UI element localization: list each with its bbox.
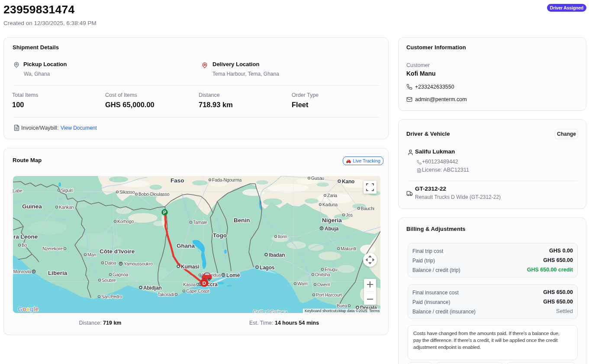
- svg-text:Korhogo: Korhogo: [117, 219, 134, 224]
- svg-text:Soubre: Soubre: [102, 278, 116, 283]
- svg-text:Lagos: Lagos: [260, 265, 275, 271]
- svg-text:Owerri: Owerri: [317, 282, 330, 287]
- svg-text:Makurdi: Makurdi: [341, 246, 356, 251]
- svg-text:D: D: [203, 281, 206, 286]
- svg-text:Onitsha: Onitsha: [315, 272, 330, 277]
- svg-text:Buea: Buea: [337, 303, 347, 308]
- svg-text:Map data ©2025: Map data ©2025: [338, 309, 367, 313]
- svg-text:Abuja: Abuja: [325, 226, 339, 232]
- svg-text:Kasoa: Kasoa: [183, 282, 196, 287]
- svg-text:Terms: Terms: [369, 309, 380, 313]
- svg-text:Faso: Faso: [171, 177, 184, 184]
- svg-text:Port Harcourt: Port Harcourt: [316, 292, 342, 297]
- svg-text:Monrovia: Monrovia: [13, 269, 31, 274]
- svg-text:Ghana: Ghana: [177, 243, 195, 249]
- svg-text:Yamoussoukro: Yamoussoukro: [124, 261, 153, 266]
- svg-text:Enugu: Enugu: [325, 267, 338, 272]
- svg-text:Liberia: Liberia: [48, 270, 68, 276]
- svg-text:Togo: Togo: [213, 232, 227, 239]
- svg-text:Nigeria: Nigeria: [322, 217, 342, 224]
- svg-text:Man: Man: [87, 252, 96, 257]
- svg-text:San-Pedro: San-Pedro: [101, 294, 122, 299]
- svg-text:Google: Google: [18, 306, 39, 313]
- svg-text:Bauchi: Bauchi: [361, 206, 374, 211]
- svg-text:Kankan: Kankan: [59, 204, 74, 210]
- svg-text:Gagnoa: Gagnoa: [113, 272, 129, 277]
- svg-text:Bobo-Dioulasso: Bobo-Dioulasso: [138, 192, 170, 197]
- svg-text:Kaduna: Kaduna: [322, 202, 338, 207]
- svg-text:Jos: Jos: [346, 212, 353, 217]
- svg-text:Sikasso: Sikasso: [119, 189, 135, 195]
- svg-text:Ibadan: Ibadan: [269, 252, 285, 258]
- svg-text:ra Leone: ra Leone: [13, 233, 38, 240]
- svg-text:Abidjan: Abidjan: [143, 285, 162, 291]
- svg-text:Zaria: Zaria: [327, 193, 337, 198]
- svg-text:Benin: Benin: [234, 217, 250, 224]
- svg-text:P: P: [163, 210, 166, 215]
- svg-text:Côte d'Ivoire: Côte d'Ivoire: [100, 248, 135, 255]
- svg-text:Lomé: Lomé: [226, 272, 240, 278]
- svg-text:Tamale: Tamale: [193, 220, 207, 225]
- svg-text:Labe: Labe: [13, 188, 23, 193]
- svg-text:Fada-Ngourma: Fada-Ngourma: [212, 177, 242, 182]
- svg-text:Nzerekore: Nzerekore: [42, 246, 63, 251]
- svg-text:Gulf of Guinea: Gulf of Guinea: [253, 309, 288, 313]
- svg-text:Bo: Bo: [22, 243, 27, 248]
- svg-text:Keyboard shortcuts: Keyboard shortcuts: [305, 309, 338, 313]
- svg-text:Siguiri: Siguiri: [61, 188, 73, 193]
- svg-text:Kumasi: Kumasi: [181, 264, 199, 270]
- svg-text:Daloa: Daloa: [105, 260, 116, 265]
- svg-text:Guinea: Guinea: [22, 203, 42, 210]
- svg-text:Gusau: Gusau: [311, 176, 324, 181]
- svg-text:Cape Coast: Cape Coast: [186, 288, 209, 294]
- svg-text:Ilorin: Ilorin: [278, 234, 287, 239]
- svg-text:Warri: Warri: [297, 281, 308, 286]
- svg-text:Kano: Kano: [342, 179, 354, 185]
- svg-text:Takoradi: Takoradi: [158, 292, 174, 297]
